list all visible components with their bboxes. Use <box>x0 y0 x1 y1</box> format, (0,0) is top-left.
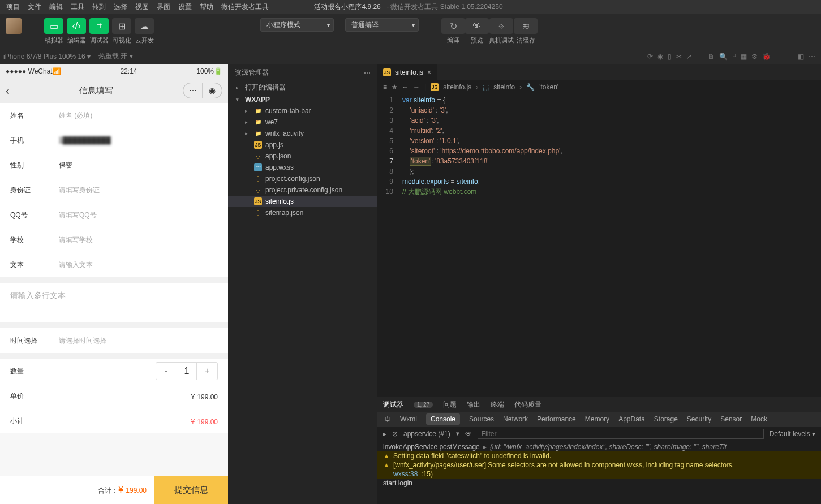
tab-problems[interactable]: 问题 <box>443 400 457 410</box>
crumb[interactable]: 'token' <box>539 83 558 91</box>
tab-sources[interactable]: Sources <box>469 415 494 423</box>
file-item[interactable]: {}app.json <box>228 150 377 162</box>
menu-item[interactable]: 转到 <box>88 2 110 12</box>
filter-input[interactable] <box>478 429 764 439</box>
editor-tab[interactable]: JSsiteinfo.js× <box>377 64 437 80</box>
inspect-icon[interactable]: ⯐ <box>384 415 391 423</box>
file-item-selected[interactable]: JSsiteinfo.js <box>228 196 377 207</box>
menu-item[interactable]: 微信开发者工具 <box>217 2 273 12</box>
open-editors[interactable]: ▸打开的编辑器 <box>228 81 377 94</box>
compile-select[interactable]: 普通编译 <box>345 18 419 32</box>
console-output[interactable]: invokeAppService postMessage▸{url: "/wnf… <box>377 441 821 504</box>
bookmark-icon[interactable]: ✯ <box>392 83 397 91</box>
file-item[interactable]: 〰app.wxss <box>228 162 377 173</box>
menu-item[interactable]: 编辑 <box>45 2 67 12</box>
crumb[interactable]: siteinfo <box>493 83 515 91</box>
tab-mock[interactable]: Mock <box>751 415 767 423</box>
field-school[interactable]: 学校请填写学校 <box>0 227 228 252</box>
hot-reload-select[interactable]: 热重载 开 ▾ <box>98 51 133 61</box>
more-icon[interactable]: ⋯ <box>364 69 371 77</box>
visual-button[interactable]: ⊞可视化 <box>112 18 131 45</box>
cloud-button[interactable]: ☁云开发 <box>135 18 154 45</box>
tool-icon[interactable]: ⚙ <box>751 53 758 61</box>
folder-item[interactable]: ▸📁wnfx_activity <box>228 128 377 139</box>
real-debug-button[interactable]: ⟐真机调试 <box>489 18 514 45</box>
tab-network[interactable]: Network <box>503 415 528 423</box>
play-icon[interactable]: ▸ <box>383 430 386 438</box>
menu-item[interactable]: 视图 <box>131 2 153 12</box>
nav-fwd-icon[interactable]: → <box>413 83 420 91</box>
menu-item[interactable]: 帮助 <box>196 2 217 12</box>
tab-wxml[interactable]: Wxml <box>400 415 417 423</box>
field-qq[interactable]: QQ号请填写QQ号 <box>0 203 228 227</box>
field-text[interactable]: 文本请输入文本 <box>0 252 228 277</box>
menu-item[interactable]: 项目 <box>2 2 24 12</box>
branch-icon[interactable]: ⑂ <box>732 53 736 61</box>
files-icon[interactable]: 🗎 <box>708 53 715 61</box>
file-item[interactable]: {}project.private.config.json <box>228 184 377 196</box>
field-phone[interactable]: 手机1██████████ <box>0 128 228 153</box>
list-icon[interactable]: ≡ <box>383 83 387 91</box>
field-multiline[interactable]: 请输入多行文本 <box>0 283 228 322</box>
plus-button[interactable]: + <box>197 363 217 380</box>
nav-back-icon[interactable]: ← <box>402 83 409 91</box>
field-gender[interactable]: 性别保密 <box>0 153 228 178</box>
quantity-stepper[interactable]: -1+ <box>156 362 218 380</box>
tab-performance[interactable]: Performance <box>537 415 576 423</box>
preview-button[interactable]: 👁预览 <box>465 18 489 45</box>
device-icon[interactable]: ▯ <box>668 53 672 61</box>
simulator-button[interactable]: ▭模拟器 <box>44 18 63 45</box>
device-select[interactable]: iPhone 6/7/8 Plus 100% 16 ▾ <box>3 53 91 61</box>
cut-icon[interactable]: ✂ <box>676 53 682 61</box>
tab-memory[interactable]: Memory <box>585 415 609 423</box>
more-icon[interactable]: ⋯ <box>809 53 815 61</box>
menu-item[interactable]: 设置 <box>174 2 196 12</box>
project-avatar[interactable] <box>6 18 22 34</box>
editor-button[interactable]: ‹/›编辑器 <box>67 18 86 45</box>
submit-button[interactable]: 提交信息 <box>154 476 228 504</box>
menu-item[interactable]: 选择 <box>110 2 131 12</box>
menu-icon[interactable]: ⋯ <box>183 83 203 98</box>
tab-terminal[interactable]: 终端 <box>491 400 504 410</box>
menu-item[interactable]: 界面 <box>153 2 174 12</box>
back-icon[interactable]: ‹ <box>6 84 10 97</box>
file-item[interactable]: {}sitemap.json <box>228 207 377 218</box>
clear-icon[interactable]: ⊘ <box>392 430 398 438</box>
field-time[interactable]: 时间选择请选择时间选择 <box>0 328 228 353</box>
tab-console[interactable]: Console <box>426 413 460 425</box>
folder-item[interactable]: ▸📁we7 <box>228 117 377 128</box>
tab-output[interactable]: 输出 <box>467 400 480 410</box>
tab-security[interactable]: Security <box>687 415 711 423</box>
file-item[interactable]: JSapp.js <box>228 139 377 150</box>
eye-icon[interactable]: 👁 <box>465 430 472 438</box>
capsule-button[interactable]: ⋯◉ <box>183 83 222 98</box>
menu-item[interactable]: 工具 <box>67 2 88 12</box>
tab-quality[interactable]: 代码质量 <box>514 400 541 410</box>
code-editor[interactable]: 12345678910 var siteinfo = { 'uniacid' :… <box>377 94 821 397</box>
close-tab-icon[interactable]: × <box>427 68 431 76</box>
detach-icon[interactable]: ↗ <box>686 53 692 61</box>
context-select[interactable]: appservice (#1) <box>403 430 450 438</box>
menu-item[interactable]: 文件 <box>24 2 45 12</box>
clear-cache-button[interactable]: ≋清缓存 <box>514 18 538 45</box>
project-root[interactable]: ▾WXAPP <box>228 94 377 105</box>
debugger-button[interactable]: ⌗调试器 <box>89 18 109 45</box>
bug-icon[interactable]: 🐞 <box>762 53 771 61</box>
ext-icon[interactable]: ▦ <box>741 53 747 61</box>
tab-debugger[interactable]: 调试器 <box>383 400 403 410</box>
record-icon[interactable]: ◉ <box>657 53 663 61</box>
search-icon[interactable]: 🔍 <box>719 53 728 61</box>
close-icon[interactable]: ◉ <box>203 83 222 98</box>
compile-button[interactable]: ↻编译 <box>441 18 465 45</box>
folder-item[interactable]: ▸📁custom-tab-bar <box>228 105 377 117</box>
tab-appdata[interactable]: AppData <box>618 415 645 423</box>
minus-button[interactable]: - <box>156 363 177 380</box>
field-id[interactable]: 身份证请填写身份证 <box>0 178 228 203</box>
field-name[interactable]: 姓名姓名 (必填) <box>0 103 228 128</box>
code-content[interactable]: var siteinfo = { 'uniacid' : '3', 'acid'… <box>402 94 821 397</box>
split-icon[interactable]: ◧ <box>798 53 804 61</box>
refresh-icon[interactable]: ⟳ <box>647 53 653 61</box>
crumb[interactable]: siteinfo.js <box>443 83 471 91</box>
mode-select[interactable]: 小程序模式 <box>260 18 334 32</box>
tab-sensor[interactable]: Sensor <box>720 415 742 423</box>
